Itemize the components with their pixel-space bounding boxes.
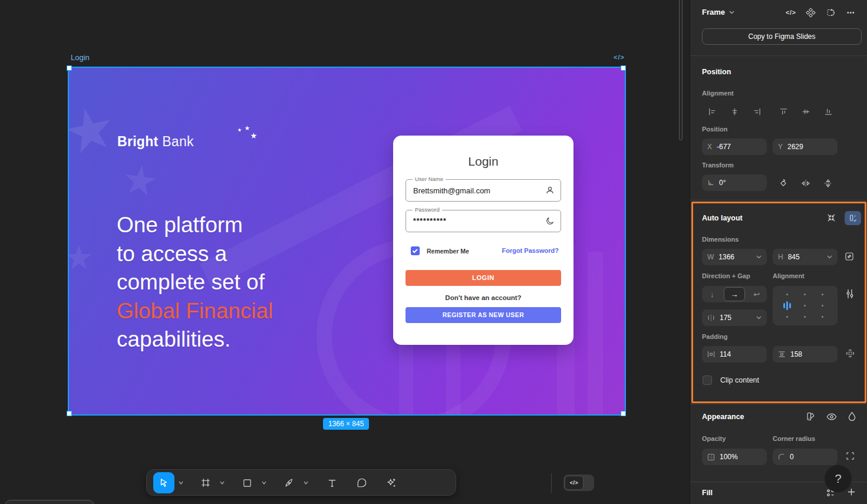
shape-tool-chevron-icon[interactable] bbox=[261, 479, 267, 486]
collapse-icon[interactable] bbox=[827, 213, 836, 222]
w-value[interactable]: 1366 bbox=[718, 253, 734, 261]
opacity-value[interactable]: 100% bbox=[720, 453, 738, 461]
login-card: Login User Name Brettsmith@gmail.com Pas… bbox=[393, 136, 573, 345]
frame-tool-chevron-icon[interactable] bbox=[219, 479, 225, 486]
individual-padding-icon[interactable] bbox=[846, 349, 855, 358]
more-options-icon[interactable]: ••• bbox=[847, 9, 855, 16]
alignment-grid[interactable] bbox=[773, 286, 838, 325]
chevron-down-icon[interactable] bbox=[827, 255, 832, 259]
design-canvas[interactable]: Login </> Bright Bank One platform to ac… bbox=[0, 0, 690, 504]
blend-mode-droplet-icon[interactable] bbox=[848, 411, 856, 421]
corner-radius-input[interactable]: 0 bbox=[773, 449, 838, 465]
password-field[interactable]: Password ********** bbox=[406, 210, 561, 232]
styles-icon[interactable] bbox=[806, 411, 816, 421]
shape-tool-button[interactable] bbox=[236, 472, 258, 493]
h-value[interactable]: 845 bbox=[788, 253, 800, 261]
frame-dev-code-icon[interactable]: </> bbox=[614, 54, 625, 61]
help-button[interactable]: ? bbox=[825, 465, 852, 492]
comment-tool-button[interactable] bbox=[351, 472, 372, 493]
selection-handle-top-left[interactable] bbox=[67, 65, 72, 71]
align-right-button[interactable] bbox=[747, 104, 767, 119]
advanced-layout-icon[interactable] bbox=[846, 289, 854, 299]
canvas-scrollbar[interactable] bbox=[679, 0, 683, 140]
flip-vertical-button[interactable] bbox=[818, 176, 838, 190]
rotation-value[interactable]: 0° bbox=[719, 179, 726, 187]
login-button[interactable]: LOGIN bbox=[406, 270, 561, 286]
fill-section-title: Fill bbox=[702, 489, 713, 497]
forgot-password-link[interactable]: Forgot Password? bbox=[502, 247, 559, 254]
gap-input[interactable]: 175 bbox=[702, 309, 767, 326]
dev-mode-icon[interactable]: </> bbox=[786, 9, 796, 16]
align-horizontal-center-button[interactable] bbox=[724, 104, 744, 119]
username-field[interactable]: User Name Brettsmith@gmail.com bbox=[406, 179, 561, 202]
h-label: H bbox=[778, 253, 783, 261]
horizontal-padding-value[interactable]: 114 bbox=[720, 350, 731, 358]
pen-tool-button[interactable] bbox=[279, 472, 300, 493]
x-value[interactable]: -677 bbox=[717, 143, 731, 151]
dev-mode-toggle[interactable]: </> bbox=[563, 475, 594, 491]
selection-handle-bottom-right[interactable] bbox=[621, 411, 626, 416]
section-divider bbox=[690, 55, 867, 56]
chevron-down-icon[interactable] bbox=[756, 255, 761, 259]
headline-accent-line: Global Financial bbox=[117, 297, 311, 326]
remember-me-checkbox[interactable] bbox=[411, 246, 420, 255]
component-icon[interactable] bbox=[806, 8, 816, 18]
dev-mode-code-icon[interactable]: </> bbox=[565, 476, 584, 490]
selection-handle-bottom-left[interactable] bbox=[67, 411, 72, 416]
x-position-input[interactable]: X -677 bbox=[702, 139, 767, 155]
move-tool-button[interactable] bbox=[153, 472, 174, 493]
username-field-value[interactable]: Brettsmith@gmail.com bbox=[413, 186, 490, 195]
copy-to-slides-button[interactable]: Copy to Figma Slides bbox=[702, 28, 862, 45]
vertical-padding-icon bbox=[778, 351, 786, 358]
move-tool-chevron-icon[interactable] bbox=[178, 479, 184, 486]
logo-star-icon bbox=[238, 128, 242, 132]
text-tool-button[interactable] bbox=[321, 472, 342, 493]
object-type-dropdown[interactable]: Frame bbox=[702, 8, 734, 17]
object-type-label: Frame bbox=[702, 8, 725, 17]
corner-radius-value[interactable]: 0 bbox=[790, 453, 794, 461]
actions-tool-button[interactable] bbox=[380, 472, 401, 493]
auto-layout-toggle-button[interactable] bbox=[845, 211, 861, 225]
direction-right-button[interactable]: → bbox=[724, 287, 746, 301]
selection-handle-top-right[interactable] bbox=[621, 65, 626, 71]
visibility-eye-icon[interactable] bbox=[826, 413, 837, 421]
opacity-grid-icon bbox=[707, 453, 715, 461]
password-field-value[interactable]: ********** bbox=[413, 217, 447, 225]
login-frame[interactable]: Bright Bank One platform to access a com… bbox=[69, 68, 625, 414]
align-top-button[interactable] bbox=[773, 104, 793, 119]
y-position-input[interactable]: Y 2629 bbox=[773, 139, 838, 155]
gap-value[interactable]: 175 bbox=[720, 314, 731, 322]
horizontal-padding-input[interactable]: 114 bbox=[702, 346, 767, 363]
moon-visibility-icon[interactable] bbox=[545, 216, 555, 226]
resize-constraint-icon[interactable] bbox=[845, 252, 854, 261]
frame-title-label[interactable]: Login bbox=[71, 53, 90, 62]
individual-corners-icon[interactable] bbox=[846, 452, 855, 460]
align-left-button[interactable] bbox=[702, 104, 722, 119]
add-fill-icon[interactable] bbox=[847, 487, 856, 496]
rotate-button[interactable] bbox=[773, 176, 793, 190]
remember-me-label: Remember Me bbox=[427, 248, 469, 255]
clip-content-checkbox[interactable] bbox=[703, 375, 712, 385]
opacity-input[interactable]: 100% bbox=[702, 449, 767, 465]
align-vertical-center-button[interactable] bbox=[796, 104, 816, 119]
hero-headline: One platform to access a complete set of… bbox=[117, 211, 311, 354]
y-value[interactable]: 2629 bbox=[787, 143, 803, 151]
register-button[interactable]: REGISTER AS NEW USER bbox=[406, 307, 561, 323]
flip-horizontal-button[interactable] bbox=[796, 176, 816, 190]
rotation-input[interactable]: 0° bbox=[702, 174, 767, 191]
headline-line: capabilities. bbox=[117, 325, 311, 354]
frame-tool-button[interactable] bbox=[195, 472, 216, 493]
sync-library-icon[interactable] bbox=[826, 8, 836, 18]
height-input[interactable]: H 845 bbox=[773, 249, 838, 265]
section-divider bbox=[690, 404, 867, 404]
width-input[interactable]: W 1366 bbox=[702, 249, 767, 265]
align-bottom-button[interactable] bbox=[818, 104, 838, 119]
direction-wrap-button[interactable]: ↩ bbox=[746, 286, 767, 302]
vertical-padding-input[interactable]: 158 bbox=[773, 346, 838, 363]
vertical-padding-value[interactable]: 158 bbox=[790, 350, 802, 358]
auto-layout-alignment-label: Alignment bbox=[773, 272, 805, 279]
chevron-down-icon[interactable] bbox=[756, 316, 761, 319]
direction-down-button[interactable]: ↓ bbox=[702, 286, 723, 302]
pen-tool-chevron-icon[interactable] bbox=[303, 479, 309, 486]
login-card-title: Login bbox=[393, 154, 573, 169]
